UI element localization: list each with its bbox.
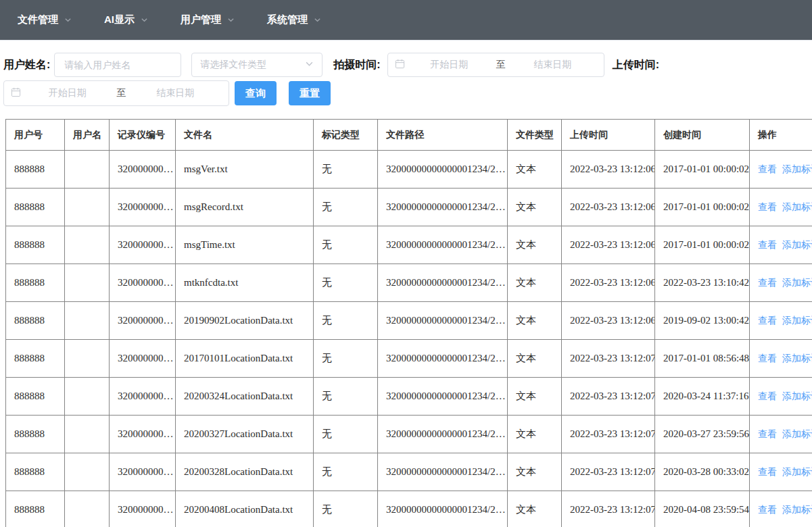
add-mark-link[interactable]: 添加标记: [782, 353, 812, 363]
cell-create-time: 2019-09-02 13:00:42: [655, 302, 750, 340]
column-header-operation: 操作: [750, 120, 812, 151]
reset-button[interactable]: 重置: [289, 81, 331, 105]
cell-operation: 查看添加标记: [750, 151, 812, 189]
cell-operation: 查看添加标记: [750, 226, 812, 264]
table-row: 888888320000000…20200324LocationData.txt…: [6, 378, 812, 416]
shoot-time-range-picker[interactable]: 开始日期 至 结束日期: [387, 53, 604, 77]
cell-file-type: 文本: [508, 416, 562, 453]
chevron-down-icon: [227, 16, 235, 24]
view-link[interactable]: 查看: [758, 504, 777, 515]
view-link[interactable]: 查看: [758, 391, 777, 401]
cell-file-path: 32000000000000001234/2…: [378, 340, 508, 378]
cell-mark-type: 无: [314, 416, 378, 453]
column-header-user-id: 用户号: [6, 120, 65, 151]
cell-operation: 查看添加标记: [750, 416, 812, 453]
cell-recorder-no: 320000000…: [110, 226, 176, 264]
add-mark-link[interactable]: 添加标记: [782, 391, 812, 401]
add-mark-link[interactable]: 添加标记: [782, 466, 812, 477]
date-range-separator: 至: [114, 87, 129, 99]
end-date-placeholder: 结束日期: [129, 87, 222, 99]
cell-create-time: 2017-01-01 00:00:02: [655, 226, 750, 264]
cell-file-name: 20200408LocationData.txt: [176, 491, 314, 527]
cell-user-id: 888888: [6, 453, 65, 491]
view-link[interactable]: 查看: [758, 164, 777, 174]
add-mark-link[interactable]: 添加标记: [782, 164, 812, 174]
nav-item-user-management[interactable]: 用户管理: [175, 0, 240, 40]
cell-user-name: [65, 378, 110, 416]
add-mark-link[interactable]: 添加标记: [782, 239, 812, 250]
cell-upload-time: 2022-03-23 13:12:07: [562, 453, 655, 491]
nav-item-system-management[interactable]: 系统管理: [262, 0, 327, 40]
view-link[interactable]: 查看: [758, 239, 777, 250]
cell-file-name: mtknfcdta.txt: [176, 264, 314, 302]
cell-upload-time: 2022-03-23 13:12:06: [562, 226, 655, 264]
upload-time-label: 上传时间:: [613, 58, 659, 72]
start-date-placeholder: 开始日期: [405, 59, 494, 71]
add-mark-link[interactable]: 添加标记: [782, 315, 812, 326]
start-date-placeholder: 开始日期: [21, 87, 114, 99]
cell-file-name: 20200328LocationData.txt: [176, 453, 314, 491]
add-mark-link[interactable]: 添加标记: [782, 504, 812, 515]
cell-file-name: msgTime.txt: [176, 226, 314, 264]
table-row: 888888320000000…20200327LocationData.txt…: [6, 416, 812, 453]
cell-user-id: 888888: [6, 302, 65, 340]
nav-item-ai-display[interactable]: AI显示: [99, 0, 153, 40]
cell-user-name: [65, 491, 110, 527]
cell-user-name: [65, 151, 110, 189]
column-header-create-time: 创建时间: [655, 120, 750, 151]
cell-operation: 查看添加标记: [750, 453, 812, 491]
view-link[interactable]: 查看: [758, 277, 777, 288]
cell-user-id: 888888: [6, 264, 65, 302]
user-name-label: 用户姓名:: [3, 58, 50, 72]
cell-recorder-no: 320000000…: [110, 151, 176, 189]
cell-user-name: [65, 264, 110, 302]
cell-mark-type: 无: [314, 226, 378, 264]
top-navbar: 文件管理 AI显示 用户管理 系统管理: [0, 0, 812, 41]
nav-item-file-management[interactable]: 文件管理: [12, 0, 77, 40]
cell-upload-time: 2022-03-23 13:12:07: [562, 340, 655, 378]
cell-upload-time: 2022-03-23 13:12:06: [562, 302, 655, 340]
user-name-input[interactable]: [54, 53, 181, 77]
cell-recorder-no: 320000000…: [110, 340, 176, 378]
cell-create-time: 2022-03-23 13:10:42: [655, 264, 750, 302]
cell-recorder-no: 320000000…: [110, 302, 176, 340]
column-header-file-name: 文件名: [176, 120, 314, 151]
column-header-recorder-no: 记录仪编号: [110, 120, 176, 151]
table-row: 888888320000000…20200328LocationData.txt…: [6, 453, 812, 491]
cell-file-path: 32000000000000001234/2…: [378, 416, 508, 453]
file-type-select-placeholder: 请选择文件类型: [200, 59, 266, 71]
cell-user-name: [65, 189, 110, 226]
cell-recorder-no: 320000000…: [110, 416, 176, 453]
column-header-upload-time: 上传时间: [562, 120, 655, 151]
view-link[interactable]: 查看: [758, 428, 777, 439]
view-link[interactable]: 查看: [758, 466, 777, 477]
calendar-icon: [11, 87, 21, 100]
cell-mark-type: 无: [314, 302, 378, 340]
cell-file-path: 32000000000000001234/2…: [378, 151, 508, 189]
cell-upload-time: 2022-03-23 13:12:06: [562, 151, 655, 189]
view-link[interactable]: 查看: [758, 353, 777, 363]
add-mark-link[interactable]: 添加标记: [782, 201, 812, 212]
cell-create-time: 2020-03-28 00:33:02: [655, 453, 750, 491]
add-mark-link[interactable]: 添加标记: [782, 428, 812, 439]
table-row: 888888320000000…20170101LocationData.txt…: [6, 340, 812, 378]
upload-time-range-picker[interactable]: 开始日期 至 结束日期: [3, 80, 229, 106]
table-row: 888888320000000…msgVer.txt无3200000000000…: [6, 151, 812, 189]
file-type-select[interactable]: 请选择文件类型: [191, 53, 323, 77]
cell-file-path: 32000000000000001234/2…: [378, 264, 508, 302]
cell-file-type: 文本: [508, 226, 562, 264]
cell-user-name: [65, 302, 110, 340]
cell-recorder-no: 320000000…: [110, 264, 176, 302]
view-link[interactable]: 查看: [758, 315, 777, 326]
cell-file-name: msgVer.txt: [176, 151, 314, 189]
table-header-row: 用户号用户名记录仪编号文件名标记类型文件路径文件类型上传时间创建时间操作: [6, 120, 812, 151]
table-row: 888888320000000…msgRecord.txt无3200000000…: [6, 189, 812, 226]
chevron-down-icon: [141, 16, 148, 24]
cell-user-id: 888888: [6, 378, 65, 416]
view-link[interactable]: 查看: [758, 201, 777, 212]
add-mark-link[interactable]: 添加标记: [782, 277, 812, 288]
table-row: 888888320000000…20200408LocationData.txt…: [6, 491, 812, 527]
search-button[interactable]: 查询: [235, 81, 277, 105]
cell-operation: 查看添加标记: [750, 378, 812, 416]
table-row: 888888320000000…mtknfcdta.txt无3200000000…: [6, 264, 812, 302]
